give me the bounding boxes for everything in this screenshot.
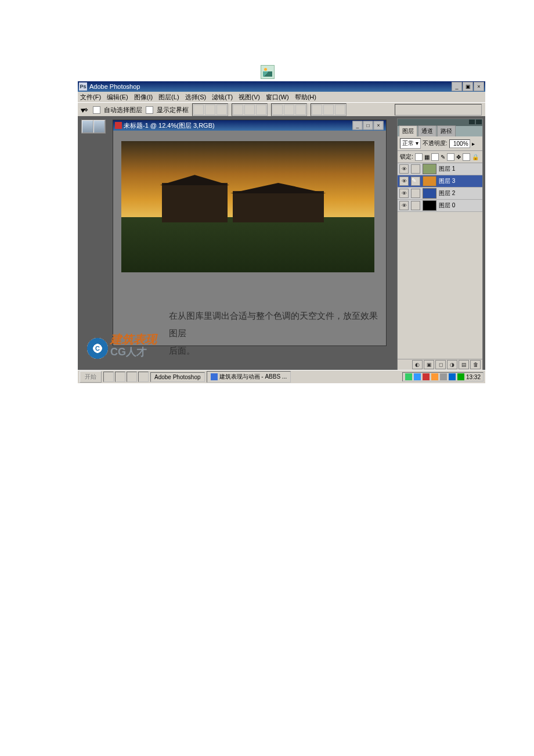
ql-icon[interactable] [103,372,114,382]
link-box[interactable] [411,201,420,210]
eye-icon[interactable]: 👁 [399,177,409,186]
layer-row[interactable]: 👁图层 2 [398,188,482,200]
layer-thumb [423,164,436,174]
close-button[interactable]: × [474,82,484,91]
doc-close[interactable]: × [373,121,383,129]
ime-icon[interactable] [457,373,464,380]
align-btn[interactable] [244,105,255,115]
dist-btn[interactable] [295,105,306,115]
tab-layers[interactable]: 图层 [399,125,417,136]
clock[interactable]: 13:32 [466,374,481,380]
align-btn[interactable] [256,105,266,115]
show-bounds-label: 显示定界框 [157,106,189,114]
start-button[interactable]: 开始 [80,371,102,383]
document-window[interactable]: 未标题-1 @ 12.4%(图层 3,RGB) _ □ × 在从图库里调出合适与… [113,120,387,346]
adjust-button[interactable]: ◑ [447,360,457,369]
new-layer-button[interactable]: ▤ [459,360,469,369]
layer-row[interactable]: 👁图层 0 [398,200,482,212]
dist-btn[interactable] [312,105,322,115]
eye-icon[interactable]: 👁 [399,189,409,198]
link-box[interactable]: ✎ [411,177,420,186]
lock-paint[interactable] [431,153,439,161]
taskbar: 开始 Adobe Photoshop 建筑表现与动画 - ABBS ... 13… [78,370,485,383]
minimize-button[interactable]: _ [452,82,462,91]
ql-icon[interactable] [127,372,137,382]
layer-thumb [423,176,436,186]
tray-icon[interactable] [431,373,438,380]
canvas[interactable] [121,141,374,272]
tray-icon[interactable] [414,373,421,380]
doc-minimize[interactable]: _ [352,121,362,129]
doc-maximize[interactable]: □ [363,121,373,129]
layers-panel[interactable]: 图层 通道 路径 正常 ▾ 不透明度: 100%▸ 锁定: ▦ ✎ ✥ 🔒 👁图… [397,118,483,370]
menu-view[interactable]: 视图(V) [239,93,260,102]
menu-layer[interactable]: 图层(L) [158,93,179,102]
tray-icon[interactable] [449,373,456,380]
tab-channels[interactable]: 通道 [418,125,436,136]
link-box[interactable] [411,164,420,174]
auto-select-checkbox[interactable] [93,106,100,114]
system-tray: 13:32 [402,372,484,381]
link-box[interactable] [411,189,420,198]
layer-row[interactable]: 👁✎图层 3 [398,175,482,188]
align-btn[interactable] [193,105,204,115]
eye-icon[interactable]: 👁 [399,201,409,210]
ql-icon[interactable] [138,372,149,382]
menu-window[interactable]: 窗口(W) [266,93,289,102]
mask-button[interactable]: ▣ [424,360,434,369]
menu-help[interactable]: 帮助(H) [295,93,316,102]
quick-launch [103,372,149,382]
opacity-arrow[interactable]: ▸ [472,141,475,147]
tab-paths[interactable]: 路径 [437,125,456,136]
align-btn[interactable] [233,105,243,115]
auto-select-label: 自动选择图层 [104,106,142,114]
dist-btn[interactable] [335,105,345,115]
task-abbs[interactable]: 建筑表现与动画 - ABBS ... [207,371,291,383]
panel-tabs: 图层 通道 路径 [398,126,482,136]
trash-button[interactable]: 🗑 [470,360,481,369]
doc-icon [115,122,122,129]
opacity-value[interactable]: 100% [449,139,470,148]
dist-btn[interactable] [323,105,334,115]
lock-move[interactable] [447,153,454,161]
watermark-logo: C [87,338,108,359]
show-bounds-checkbox[interactable] [146,106,153,114]
workarea: 未标题-1 @ 12.4%(图层 3,RGB) _ □ × 在从图库里调出合适与… [78,116,485,373]
photoshop-window: Ps Adobe Photoshop _ ▣ × 文件(F) 编辑(E) 图像(… [78,81,485,383]
dist-btn[interactable] [272,105,283,115]
tray-icon[interactable] [440,373,447,380]
palette-well[interactable] [395,104,482,116]
menu-file[interactable]: 文件(F) [80,93,101,102]
opacity-label: 不透明度: [423,139,448,147]
building-left [162,183,228,222]
align-btn[interactable] [217,105,227,115]
toolbox-fragment[interactable] [81,120,106,134]
folder-button[interactable]: ◻ [435,360,446,369]
app-title: Adobe Photoshop [89,83,140,90]
lock-all[interactable] [463,153,470,161]
eye-icon[interactable]: 👁 [399,164,409,174]
tray-icon[interactable] [423,373,430,380]
building-right [233,191,324,222]
doc-titlebar[interactable]: 未标题-1 @ 12.4%(图层 3,RGB) _ □ × [113,120,386,131]
titlebar[interactable]: Ps Adobe Photoshop _ ▣ × [78,81,485,92]
placeholder-image-icon [261,65,275,79]
layer-row[interactable]: 👁图层 1 [398,163,482,175]
tray-icon[interactable] [405,373,412,380]
maximize-button[interactable]: ▣ [463,82,473,91]
ql-icon[interactable] [115,372,125,382]
ground-layer [121,217,374,272]
align-btn[interactable] [205,105,215,115]
fx-button[interactable]: ◐ [412,360,423,369]
menu-filter[interactable]: 滤镜(T) [212,93,233,102]
blend-mode-select[interactable]: 正常 ▾ [400,138,421,149]
task-photoshop[interactable]: Adobe Photoshop [150,372,205,382]
layer-name: 图层 3 [439,177,455,185]
menu-image[interactable]: 图像(I) [134,93,153,102]
dist-btn[interactable] [284,105,294,115]
distribute-group-1 [271,103,307,116]
lock-trans[interactable] [415,153,423,161]
menu-select[interactable]: 选择(S) [185,93,207,102]
menu-edit[interactable]: 编辑(E) [107,93,128,102]
layer-name: 图层 1 [439,165,455,173]
